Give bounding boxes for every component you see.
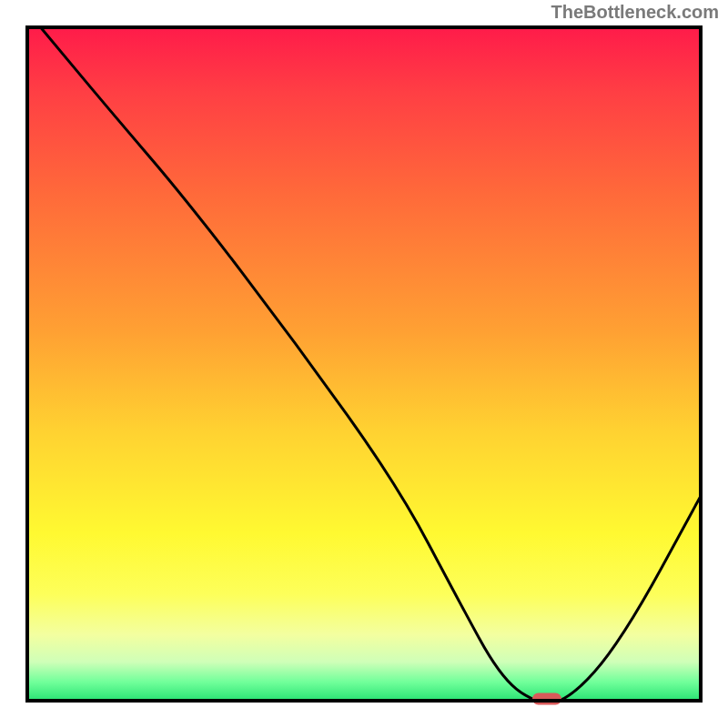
- optimal-point-marker: [532, 693, 561, 705]
- chart-container: TheBottleneck.com: [0, 0, 728, 728]
- bottleneck-curve: [39, 25, 703, 703]
- plot-area: [25, 25, 703, 703]
- curve-svg: [25, 25, 703, 703]
- watermark-text: TheBottleneck.com: [551, 2, 719, 23]
